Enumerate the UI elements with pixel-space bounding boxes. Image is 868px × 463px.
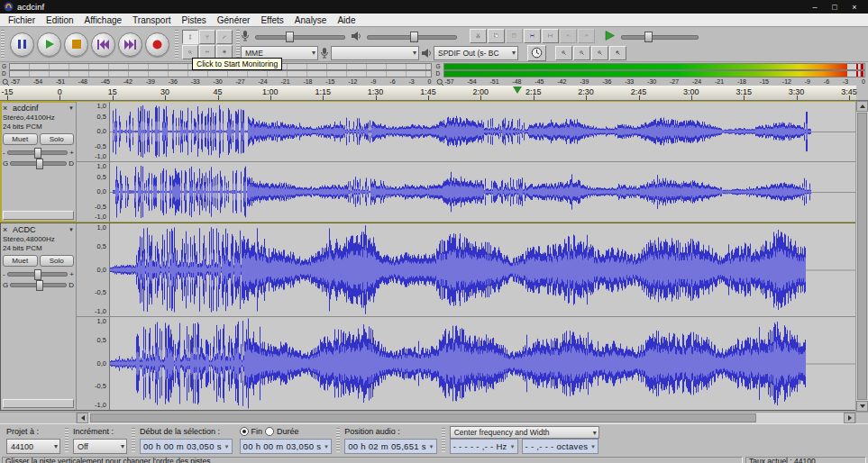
spectral-selection-select[interactable]: Center frequency and Width: [450, 426, 599, 439]
scroll-left-button[interactable]: [77, 413, 88, 423]
waveform-canvas[interactable]: [110, 317, 855, 410]
solo-button[interactable]: Solo: [40, 255, 75, 267]
recording-volume-slider[interactable]: [255, 32, 345, 41]
track-close-icon[interactable]: ×: [3, 225, 11, 234]
mute-button[interactable]: Muet: [3, 255, 38, 267]
menu-fichier[interactable]: Fichier: [3, 15, 41, 25]
menu-effets[interactable]: Effets: [255, 15, 288, 25]
record-button[interactable]: [145, 32, 169, 57]
timeline-ruler[interactable]: -1501530451:001:151:301:452:002:152:302:…: [0, 86, 856, 101]
cut-button[interactable]: [470, 29, 487, 43]
toolbar-grip[interactable]: [1, 30, 5, 59]
toolbar-grip[interactable]: [442, 428, 445, 452]
pan-slider[interactable]: GD: [3, 158, 74, 168]
copy-button[interactable]: [488, 29, 505, 43]
silence-button[interactable]: [542, 29, 559, 43]
snap-select[interactable]: Off: [73, 439, 127, 454]
scroll-down-button[interactable]: [856, 401, 868, 412]
track-area: ×acdcinf▼Stéréo,44100Hz24 bits PCMMuetSo…: [0, 101, 868, 412]
maximize-button[interactable]: □: [825, 3, 845, 12]
play-at-speed-icon[interactable]: [604, 30, 616, 41]
playback-meter[interactable]: G D -57-54-51-48-45-42-39-36-33-30-27-24…: [434, 62, 868, 86]
ruler-value: 0,5: [97, 337, 106, 344]
waveform-canvas[interactable]: [110, 102, 855, 161]
slider-thumb[interactable]: [34, 148, 41, 159]
horizontal-scroll-thumb[interactable]: [90, 413, 756, 422]
gain-slider[interactable]: -+: [3, 147, 74, 158]
toolbar-grip[interactable]: [65, 428, 69, 452]
pause-button[interactable]: [10, 32, 34, 57]
audio-position-field[interactable]: 00 h 02 m 05,651 s: [344, 439, 437, 454]
radio-end[interactable]: [240, 427, 249, 436]
menu-ge-ne-rer[interactable]: Générer: [212, 15, 256, 25]
toolbar-grip[interactable]: [175, 30, 178, 59]
redo-button[interactable]: [578, 29, 595, 43]
track-collapse-button[interactable]: [3, 211, 74, 220]
vertical-ruler: 1,00,50,0-0,5-1,0: [77, 223, 110, 316]
waveform-canvas[interactable]: [110, 223, 855, 316]
track-channel: 1,00,50,0-0,5-1,0: [77, 317, 855, 410]
skip-to-start-button[interactable]: [91, 32, 115, 57]
menu-edition[interactable]: Edition: [41, 15, 79, 25]
play-button[interactable]: [37, 32, 61, 57]
minimize-button[interactable]: –: [805, 3, 825, 12]
pan-slider[interactable]: GD: [3, 279, 74, 290]
draw-tool-button[interactable]: [216, 30, 233, 44]
zoom-selection-button[interactable]: [591, 46, 608, 60]
track-close-icon[interactable]: ×: [3, 104, 11, 113]
playhead-marker[interactable]: [513, 86, 522, 94]
selection-start-field[interactable]: 00 h 00 m 03,050 s: [140, 439, 233, 454]
horizontal-scrollbar[interactable]: [0, 412, 868, 423]
frequency-field[interactable]: - - - - - ,- - Hz: [450, 439, 518, 454]
envelope-tool-button[interactable]: [199, 30, 215, 44]
zoom-out-button[interactable]: [573, 46, 590, 60]
zoom-tool-button[interactable]: [182, 45, 198, 59]
toolbar-grip[interactable]: [336, 428, 340, 452]
toolbar-grip[interactable]: [132, 428, 135, 452]
selection-end-field[interactable]: 00 h 00 m 03,050 s: [240, 439, 333, 454]
ruler-value: 0,5: [97, 243, 106, 250]
recording-meter[interactable]: G D -57-54-51-48-45-42-39-36-33-30-27-24…: [0, 62, 434, 86]
scroll-up-button[interactable]: [856, 101, 868, 112]
zoom-fit-button[interactable]: [609, 46, 626, 60]
zoom-in-button[interactable]: [555, 46, 572, 60]
close-button[interactable]: ×: [845, 3, 864, 12]
toolbar-grip[interactable]: [236, 30, 240, 59]
vertical-scroll-thumb[interactable]: [857, 113, 867, 400]
playback-device-select[interactable]: SPDIF Out (s- BC: [434, 46, 518, 60]
scroll-right-button[interactable]: [844, 413, 855, 423]
menu-aide[interactable]: Aide: [332, 15, 361, 25]
time-shift-tool-button[interactable]: [199, 45, 215, 59]
vertical-scrollbar[interactable]: [855, 101, 868, 412]
waveform-canvas[interactable]: [110, 162, 855, 222]
radio-duration[interactable]: [265, 427, 274, 436]
menu-transport[interactable]: Transport: [127, 15, 176, 25]
solo-button[interactable]: Solo: [40, 133, 75, 145]
paste-button[interactable]: [506, 29, 523, 43]
skip-to-end-button[interactable]: [118, 32, 142, 57]
track-menu-arrow-icon[interactable]: ▼: [69, 105, 74, 111]
slider-thumb[interactable]: [34, 269, 41, 280]
menu-affichage[interactable]: Affichage: [79, 15, 128, 25]
playback-volume-slider[interactable]: [367, 32, 457, 41]
menu-analyse[interactable]: Analyse: [289, 15, 333, 25]
slider-thumb[interactable]: [36, 159, 43, 169]
selection-tool-button[interactable]: [182, 30, 198, 44]
recording-device-select[interactable]: [331, 46, 419, 60]
audio-host-select[interactable]: MME: [241, 46, 318, 60]
multi-tool-tool-button[interactable]: [216, 45, 233, 59]
undo-button[interactable]: [560, 29, 577, 43]
track-menu-arrow-icon[interactable]: ▼: [69, 227, 74, 232]
bandwidth-field[interactable]: - - ,- - - octaves: [522, 439, 599, 454]
stop-button[interactable]: [64, 32, 88, 57]
project-rate-select[interactable]: 44100: [6, 439, 60, 454]
gain-slider[interactable]: -+: [3, 268, 74, 279]
mute-button[interactable]: Muet: [3, 133, 38, 145]
horizontal-scroll-track[interactable]: [88, 413, 844, 423]
slider-thumb[interactable]: [36, 280, 43, 291]
play-speed-slider[interactable]: [621, 32, 699, 41]
trim-outside-button[interactable]: [524, 29, 541, 43]
timer-icon[interactable]: [527, 45, 546, 61]
track-collapse-button[interactable]: [3, 399, 74, 408]
menu-pistes[interactable]: Pistes: [177, 15, 212, 25]
